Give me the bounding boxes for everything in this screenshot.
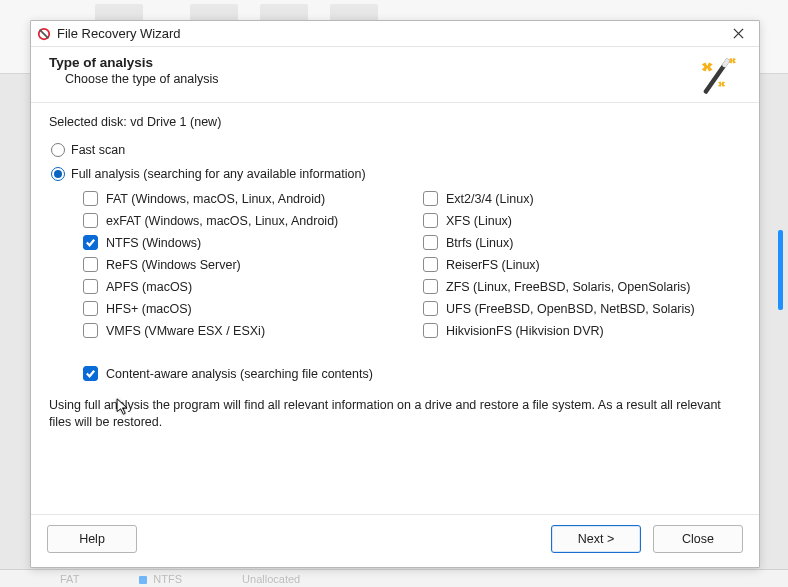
checkbox-label: HikvisionFS (Hikvision DVR) (446, 324, 604, 338)
checkbox-fs-fat[interactable]: FAT (Windows, macOS, Linux, Android) (83, 191, 423, 206)
checkbox-fs-refs[interactable]: ReFS (Windows Server) (83, 257, 423, 272)
radio-icon (51, 143, 65, 157)
checkbox-fs-vmfs[interactable]: VMFS (VMware ESX / ESXi) (83, 323, 423, 338)
checkbox-fs-ntfs[interactable]: NTFS (Windows) (83, 235, 423, 250)
checkbox-icon (83, 257, 98, 272)
checkbox-icon (83, 323, 98, 338)
checkbox-icon (423, 191, 438, 206)
checkbox-label: HFS+ (macOS) (106, 302, 192, 316)
status-fat: FAT (60, 573, 79, 585)
checkbox-icon (83, 235, 98, 250)
checkbox-fs-reiser[interactable]: ReiserFS (Linux) (423, 257, 741, 272)
radio-label: Full analysis (searching for any availab… (71, 167, 366, 181)
radio-label: Fast scan (71, 143, 125, 157)
checkbox-label: Ext2/3/4 (Linux) (446, 192, 534, 206)
checkbox-fs-apfs[interactable]: APFS (macOS) (83, 279, 423, 294)
checkbox-icon (83, 279, 98, 294)
filesystem-grid: FAT (Windows, macOS, Linux, Android)Ext2… (83, 191, 741, 338)
help-button[interactable]: Help (47, 525, 137, 553)
checkbox-fs-ext[interactable]: Ext2/3/4 (Linux) (423, 191, 741, 206)
checkbox-label: APFS (macOS) (106, 280, 192, 294)
checkbox-icon (423, 301, 438, 316)
titlebar: File Recovery Wizard (31, 21, 759, 47)
checkbox-label: Content-aware analysis (searching file c… (106, 367, 373, 381)
checkbox-label: NTFS (Windows) (106, 236, 201, 250)
checkbox-label: ReiserFS (Linux) (446, 258, 540, 272)
next-button[interactable]: Next > (551, 525, 641, 553)
checkbox-icon (83, 213, 98, 228)
checkbox-fs-ufs[interactable]: UFS (FreeBSD, OpenBSD, NetBSD, Solaris) (423, 301, 741, 316)
button-label: Help (79, 532, 105, 546)
checkbox-icon (83, 366, 98, 381)
radio-full-analysis[interactable]: Full analysis (searching for any availab… (51, 167, 741, 181)
window-close-button[interactable] (723, 24, 753, 44)
checkbox-icon (423, 279, 438, 294)
close-icon (733, 28, 744, 39)
selected-disk-label: Selected disk: vd Drive 1 (new) (49, 115, 741, 129)
checkbox-label: ReFS (Windows Server) (106, 258, 241, 272)
radio-icon (51, 167, 65, 181)
checkbox-fs-xfs[interactable]: XFS (Linux) (423, 213, 741, 228)
checkbox-fs-hfs[interactable]: HFS+ (macOS) (83, 301, 423, 316)
checkbox-label: XFS (Linux) (446, 214, 512, 228)
checkbox-icon (423, 257, 438, 272)
checkbox-content-aware[interactable]: Content-aware analysis (searching file c… (83, 366, 741, 381)
page-subtitle: Choose the type of analysis (65, 72, 741, 86)
checkbox-label: ZFS (Linux, FreeBSD, Solaris, OpenSolari… (446, 280, 691, 294)
wizard-dialog: File Recovery Wizard Type of analysis Ch… (30, 20, 760, 568)
checkbox-fs-btrfs[interactable]: Btrfs (Linux) (423, 235, 741, 250)
checkbox-icon (423, 213, 438, 228)
background-statusbar: FAT NTFS Unallocated (0, 569, 788, 587)
checkbox-icon (423, 323, 438, 338)
status-unallocated: Unallocated (242, 573, 300, 585)
checkbox-label: Btrfs (Linux) (446, 236, 513, 250)
checkbox-label: FAT (Windows, macOS, Linux, Android) (106, 192, 325, 206)
button-label: Next > (578, 532, 614, 546)
close-button[interactable]: Close (653, 525, 743, 553)
wizard-footer: Help Next > Close (31, 514, 759, 567)
analysis-description: Using full analysis the program will fin… (49, 397, 741, 431)
page-title: Type of analysis (49, 55, 741, 70)
checkbox-icon (83, 301, 98, 316)
app-icon (37, 27, 51, 41)
checkbox-fs-exfat[interactable]: exFAT (Windows, macOS, Linux, Android) (83, 213, 423, 228)
button-label: Close (682, 532, 714, 546)
wizard-header: Type of analysis Choose the type of anal… (31, 47, 759, 103)
checkbox-fs-zfs[interactable]: ZFS (Linux, FreeBSD, Solaris, OpenSolari… (423, 279, 741, 294)
window-title: File Recovery Wizard (57, 26, 181, 41)
checkbox-label: UFS (FreeBSD, OpenBSD, NetBSD, Solaris) (446, 302, 695, 316)
checkbox-icon (423, 235, 438, 250)
checkbox-label: VMFS (VMware ESX / ESXi) (106, 324, 265, 338)
wizard-wand-icon (691, 53, 745, 99)
radio-fast-scan[interactable]: Fast scan (51, 143, 741, 157)
background-selection-strip (778, 230, 783, 310)
checkbox-label: exFAT (Windows, macOS, Linux, Android) (106, 214, 338, 228)
wizard-body: Selected disk: vd Drive 1 (new) Fast sca… (31, 103, 759, 514)
checkbox-icon (83, 191, 98, 206)
checkbox-fs-hik[interactable]: HikvisionFS (Hikvision DVR) (423, 323, 741, 338)
status-ntfs: NTFS (139, 573, 182, 585)
